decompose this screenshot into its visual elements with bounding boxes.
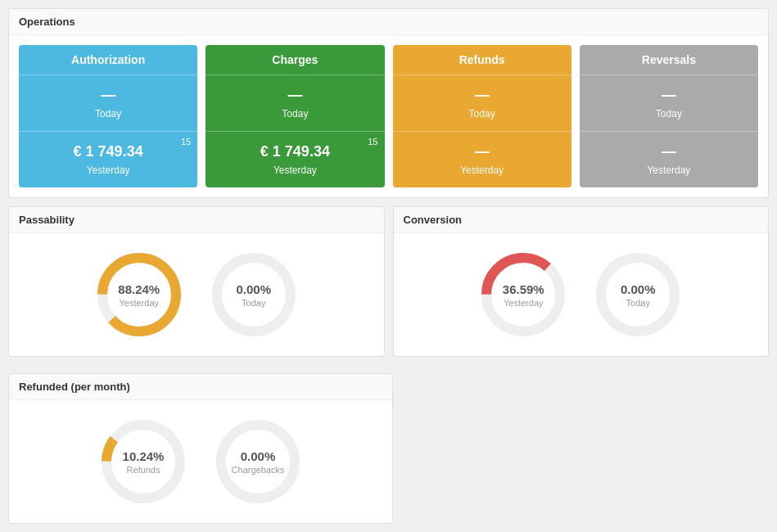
operations-title: Operations <box>9 9 768 35</box>
donut-today: 0.00% Today <box>209 250 299 340</box>
donut-center-yesterday: 88.24% Yesterday <box>118 282 160 308</box>
op-today-value-charges: — <box>214 87 376 104</box>
op-today-label-charges: Today <box>282 108 308 119</box>
conversion-charts: 36.59% Yesterday 0.00% Today <box>394 233 769 356</box>
donut-pct-today: 0.00% <box>621 282 656 296</box>
op-today-value-reversals: — <box>588 87 750 104</box>
op-today-value-authorization: — <box>27 87 189 104</box>
op-card-today-charges: — Today <box>206 74 384 131</box>
op-card-today-refunds: — Today <box>393 74 571 131</box>
op-card-today-authorization: — Today <box>19 74 197 131</box>
op-today-value-refunds: — <box>401 87 563 104</box>
op-card-label-refunds: Refunds <box>393 45 571 74</box>
op-today-label-reversals: Today <box>656 108 682 119</box>
op-card-label-charges: Charges <box>206 45 384 74</box>
op-yesterday-value-authorization: € 1 749.34 <box>27 143 189 160</box>
op-card-today-reversals: — Today <box>580 74 758 131</box>
op-card-refunds: Refunds — Today — Yesterday <box>393 45 571 187</box>
donut-center-chargebacks: 0.00% Chargebacks <box>232 449 285 475</box>
operations-grid: Authorization — Today 15 € 1 749.34 Yest… <box>9 35 768 197</box>
op-today-label-authorization: Today <box>95 108 121 119</box>
donut-lbl-chargebacks: Chargebacks <box>232 465 285 475</box>
op-card-yesterday-reversals: — Yesterday <box>580 131 758 187</box>
donut-lbl-today: Today <box>621 298 656 308</box>
op-badge-authorization: 15 <box>181 137 191 147</box>
donut-yesterday: 36.59% Yesterday <box>478 250 568 340</box>
op-yesterday-label-charges: Yesterday <box>273 165 317 176</box>
refunded-title: Refunded (per month) <box>9 374 392 400</box>
op-badge-charges: 15 <box>368 137 377 147</box>
op-yesterday-label-reversals: Yesterday <box>647 165 690 176</box>
op-card-yesterday-refunds: — Yesterday <box>393 131 571 187</box>
op-yesterday-label-refunds: Yesterday <box>460 165 504 176</box>
op-card-label-reversals: Reversals <box>580 45 758 74</box>
refunded-panel: Refunded (per month) 10.24% Refunds 0.00… <box>8 373 393 524</box>
donut-lbl-yesterday: Yesterday <box>503 298 544 308</box>
operations-panel: Operations Authorization — Today 15 € 1 … <box>8 8 769 198</box>
donut-yesterday: 88.24% Yesterday <box>94 250 184 340</box>
op-yesterday-label-authorization: Yesterday <box>87 165 130 176</box>
donut-refunds: 10.24% Refunds <box>98 417 188 507</box>
passability-title: Passability <box>9 207 384 233</box>
donut-center-yesterday: 36.59% Yesterday <box>503 282 544 308</box>
donut-chargebacks: 0.00% Chargebacks <box>213 417 303 507</box>
op-card-authorization: Authorization — Today 15 € 1 749.34 Yest… <box>19 45 197 187</box>
donut-center-today: 0.00% Today <box>236 282 271 308</box>
donut-pct-chargebacks: 0.00% <box>232 449 285 463</box>
donut-pct-yesterday: 36.59% <box>503 282 544 296</box>
op-yesterday-value-charges: € 1 749.34 <box>214 143 376 160</box>
op-yesterday-value-refunds: — <box>401 143 563 160</box>
op-card-charges: Charges — Today 15 € 1 749.34 Yesterday <box>206 45 384 187</box>
donut-lbl-today: Today <box>236 298 271 308</box>
passability-panel: Passability 88.24% Yesterday 0.00% Today <box>8 206 385 357</box>
op-yesterday-value-reversals: — <box>588 143 750 160</box>
op-card-yesterday-authorization: 15 € 1 749.34 Yesterday <box>19 131 197 187</box>
donut-center-refunds: 10.24% Refunds <box>123 449 165 475</box>
conversion-title: Conversion <box>394 207 769 233</box>
two-col-row: Passability 88.24% Yesterday 0.00% Today… <box>8 206 769 365</box>
refunded-charts: 10.24% Refunds 0.00% Chargebacks <box>9 400 392 523</box>
donut-lbl-refunds: Refunds <box>123 465 165 475</box>
passability-charts: 88.24% Yesterday 0.00% Today <box>9 233 384 356</box>
page: Operations Authorization — Today 15 € 1 … <box>0 0 777 532</box>
donut-center-today: 0.00% Today <box>621 282 656 308</box>
donut-lbl-yesterday: Yesterday <box>118 298 160 308</box>
op-card-yesterday-charges: 15 € 1 749.34 Yesterday <box>206 131 384 187</box>
donut-today: 0.00% Today <box>593 250 683 340</box>
donut-pct-yesterday: 88.24% <box>118 282 160 296</box>
op-card-reversals: Reversals — Today — Yesterday <box>580 45 758 187</box>
donut-pct-refunds: 10.24% <box>123 449 165 463</box>
donut-pct-today: 0.00% <box>236 282 271 296</box>
conversion-panel: Conversion 36.59% Yesterday 0.00% Today <box>393 206 770 357</box>
op-today-label-refunds: Today <box>469 108 495 119</box>
op-card-label-authorization: Authorization <box>19 45 197 74</box>
